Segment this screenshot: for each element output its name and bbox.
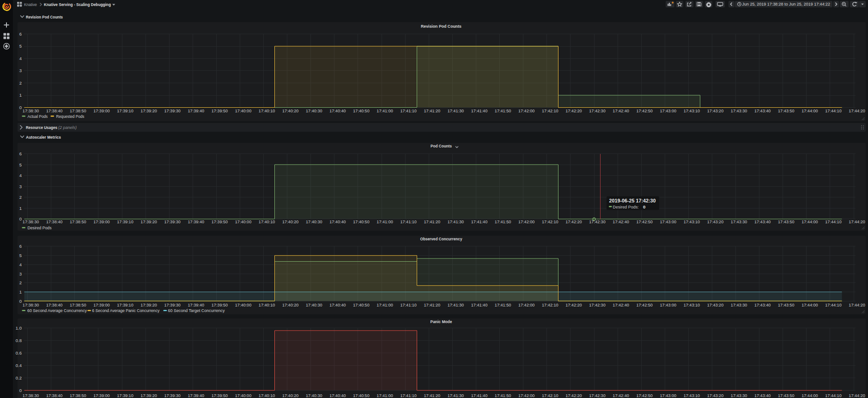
svg-text:17:39:00: 17:39:00: [93, 393, 110, 398]
svg-text:17:41:20: 17:41:20: [424, 109, 441, 113]
svg-text:17:38:50: 17:38:50: [70, 303, 86, 307]
svg-text:17:40:40: 17:40:40: [329, 393, 346, 398]
svg-text:4: 4: [19, 262, 22, 267]
svg-text:6: 6: [19, 151, 22, 156]
svg-text:17:43:10: 17:43:10: [684, 220, 700, 224]
svg-text:5: 5: [19, 162, 22, 167]
svg-text:0.6: 0.6: [16, 350, 22, 355]
svg-text:17:39:50: 17:39:50: [212, 393, 228, 398]
svg-text:17:40:10: 17:40:10: [259, 109, 275, 113]
svg-text:17:44:20: 17:44:20: [849, 220, 865, 224]
svg-text:17:42:40: 17:42:40: [613, 220, 629, 224]
svg-text:17:40:00: 17:40:00: [235, 220, 252, 224]
svg-text:0.8: 0.8: [16, 338, 22, 343]
svg-text:Autoscaler Metrics: Autoscaler Metrics: [26, 135, 61, 140]
svg-text:0: 0: [19, 299, 22, 304]
svg-text:17:38:30: 17:38:30: [23, 393, 39, 398]
svg-text:17:43:50: 17:43:50: [778, 109, 795, 113]
svg-text:17:40:20: 17:40:20: [282, 393, 299, 398]
svg-text:17:39:40: 17:39:40: [188, 109, 205, 113]
svg-text:17:38:30: 17:38:30: [23, 303, 39, 307]
svg-text:17:43:30: 17:43:30: [731, 303, 747, 307]
svg-text:17:44:10: 17:44:10: [825, 220, 842, 224]
svg-text:0: 0: [643, 204, 645, 209]
svg-text:17:43:00: 17:43:00: [660, 303, 677, 307]
svg-text:17:39:30: 17:39:30: [164, 109, 181, 113]
svg-text:17:41:00: 17:41:00: [376, 303, 393, 307]
svg-text:17:41:20: 17:41:20: [424, 220, 441, 224]
svg-text:0.2: 0.2: [16, 375, 22, 380]
svg-text:17:42:40: 17:42:40: [613, 393, 629, 398]
svg-text:17:41:30: 17:41:30: [448, 109, 464, 113]
svg-text:Desired Pods: Desired Pods: [28, 226, 52, 230]
svg-text:17:43:50: 17:43:50: [778, 303, 795, 307]
svg-text:17:43:40: 17:43:40: [754, 393, 771, 398]
svg-text:17:43:40: 17:43:40: [754, 220, 771, 224]
svg-text:17:38:40: 17:38:40: [46, 393, 63, 398]
svg-text:17:40:30: 17:40:30: [306, 303, 322, 307]
svg-text:60 Second Average Concurrency: 60 Second Average Concurrency: [27, 308, 87, 313]
svg-text:17:41:50: 17:41:50: [495, 303, 511, 307]
svg-text:17:39:10: 17:39:10: [117, 109, 134, 113]
svg-text:17:42:30: 17:42:30: [589, 303, 606, 307]
svg-text:(2 panels): (2 panels): [58, 125, 77, 130]
svg-text:17:42:00: 17:42:00: [518, 109, 535, 113]
svg-text:17:43:40: 17:43:40: [754, 303, 771, 307]
svg-text:5: 5: [19, 253, 22, 258]
svg-text:17:42:10: 17:42:10: [542, 220, 558, 224]
svg-text:17:41:20: 17:41:20: [424, 303, 441, 307]
svg-text:17:42:30: 17:42:30: [589, 220, 606, 224]
svg-text:17:40:40: 17:40:40: [329, 303, 346, 307]
svg-text:1: 1: [19, 92, 22, 98]
svg-text:17:40:00: 17:40:00: [235, 393, 252, 398]
svg-text:17:39:50: 17:39:50: [212, 220, 228, 224]
svg-text:17:40:30: 17:40:30: [306, 220, 322, 224]
svg-text:17:42:50: 17:42:50: [636, 303, 653, 307]
svg-text:17:43:50: 17:43:50: [778, 393, 795, 398]
svg-text:17:43:00: 17:43:00: [660, 220, 677, 224]
svg-text:17:40:50: 17:40:50: [353, 303, 370, 307]
svg-text:17:43:00: 17:43:00: [660, 393, 677, 398]
svg-text:17:39:20: 17:39:20: [140, 303, 157, 307]
svg-text:3: 3: [19, 68, 22, 73]
svg-text:3: 3: [19, 271, 22, 276]
svg-text:17:40:40: 17:40:40: [329, 109, 346, 113]
svg-text:3: 3: [19, 184, 22, 189]
svg-text:17:43:30: 17:43:30: [731, 393, 747, 398]
svg-text:17:43:10: 17:43:10: [684, 393, 700, 398]
svg-text:17:43:30: 17:43:30: [731, 220, 747, 224]
svg-text:2: 2: [19, 80, 22, 86]
svg-text:Desired Pods:: Desired Pods:: [613, 204, 639, 209]
svg-text:17:39:20: 17:39:20: [140, 393, 157, 398]
svg-text:17:38:30: 17:38:30: [23, 220, 39, 224]
svg-text:0.4: 0.4: [16, 363, 22, 368]
svg-text:17:39:30: 17:39:30: [164, 303, 181, 307]
svg-text:17:38:40: 17:38:40: [46, 220, 63, 224]
svg-text:4: 4: [19, 173, 22, 178]
svg-text:0: 0: [19, 105, 22, 110]
svg-text:Panic Mode: Panic Mode: [431, 319, 452, 324]
svg-text:17:38:30: 17:38:30: [23, 109, 39, 113]
svg-text:17:40:30: 17:40:30: [306, 109, 322, 113]
svg-text:17:42:00: 17:42:00: [518, 393, 535, 398]
svg-text:17:39:10: 17:39:10: [117, 220, 134, 224]
svg-text:17:44:20: 17:44:20: [849, 109, 865, 113]
svg-text:17:43:10: 17:43:10: [684, 109, 700, 113]
svg-text:17:40:10: 17:40:10: [259, 220, 275, 224]
svg-text:17:43:30: 17:43:30: [731, 109, 747, 113]
svg-text:17:42:20: 17:42:20: [565, 393, 582, 398]
svg-text:17:43:50: 17:43:50: [778, 220, 795, 224]
svg-text:Jun 25, 2019 17:38:28 to Jun 2: Jun 25, 2019 17:38:28 to Jun 25, 2019 17…: [742, 2, 830, 6]
svg-text:17:40:10: 17:40:10: [259, 303, 275, 307]
svg-text:17:44:20: 17:44:20: [849, 303, 865, 307]
svg-text:Pod Counts: Pod Counts: [431, 143, 452, 148]
svg-text:17:41:10: 17:41:10: [400, 393, 417, 398]
svg-text:60 Second Target Concurrency: 60 Second Target Concurrency: [168, 308, 225, 313]
svg-text:17:41:10: 17:41:10: [400, 109, 417, 113]
svg-text:17:39:20: 17:39:20: [140, 220, 157, 224]
svg-text:17:40:10: 17:40:10: [259, 393, 275, 398]
svg-text:17:41:30: 17:41:30: [448, 303, 464, 307]
svg-text:17:38:40: 17:38:40: [46, 109, 63, 113]
svg-text:17:44:10: 17:44:10: [825, 109, 842, 113]
svg-text:17:43:40: 17:43:40: [754, 109, 771, 113]
